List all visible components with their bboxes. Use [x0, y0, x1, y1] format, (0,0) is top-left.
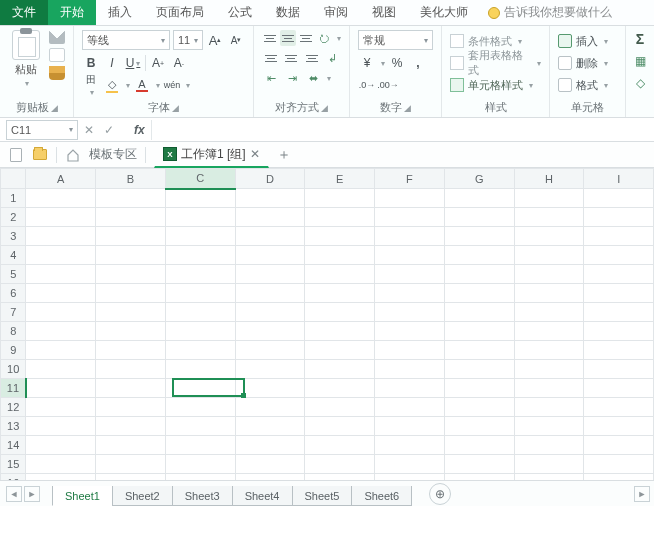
cell-I15[interactable]	[584, 455, 654, 474]
row-header-9[interactable]: 9	[1, 341, 26, 360]
new-sheet-button[interactable]: ⊕	[429, 483, 451, 505]
row-header-14[interactable]: 14	[1, 436, 26, 455]
row-header-7[interactable]: 7	[1, 303, 26, 322]
increase-decimal-button[interactable]: .0→	[358, 76, 376, 94]
worksheet-grid[interactable]: ABCDEFGHI 12345678910111213141516	[0, 168, 654, 480]
cell-D11[interactable]	[235, 379, 305, 398]
close-workbook-icon[interactable]: ✕	[250, 147, 260, 161]
cell-G4[interactable]	[444, 246, 514, 265]
cell-E9[interactable]	[305, 341, 375, 360]
cell-C16[interactable]	[165, 474, 235, 481]
cell-D4[interactable]	[235, 246, 305, 265]
cell-H9[interactable]	[514, 341, 584, 360]
cell-F12[interactable]	[375, 398, 445, 417]
sheet-nav-next-button[interactable]: ►	[24, 486, 40, 502]
cell-H2[interactable]	[514, 208, 584, 227]
cell-E15[interactable]	[305, 455, 375, 474]
cell-F9[interactable]	[375, 341, 445, 360]
cell-F2[interactable]	[375, 208, 445, 227]
comma-button[interactable]: ,	[409, 54, 427, 72]
cell-E11[interactable]	[305, 379, 375, 398]
menu-tab-5[interactable]: 审阅	[312, 0, 360, 25]
fx-icon[interactable]: fx	[134, 123, 145, 137]
cell-H16[interactable]	[514, 474, 584, 481]
workbook-tab-active[interactable]: X 工作簿1 [组] ✕	[154, 142, 269, 168]
row-header-3[interactable]: 3	[1, 227, 26, 246]
cell-H6[interactable]	[514, 284, 584, 303]
col-header-D[interactable]: D	[235, 169, 305, 189]
cell-C14[interactable]	[165, 436, 235, 455]
autosum-button[interactable]: Σ	[630, 30, 650, 48]
cell-G9[interactable]	[444, 341, 514, 360]
align-middle-button[interactable]	[280, 30, 295, 46]
row-header-1[interactable]: 1	[1, 189, 26, 208]
cell-G11[interactable]	[444, 379, 514, 398]
col-header-H[interactable]: H	[514, 169, 584, 189]
enter-formula-icon[interactable]: ✓	[104, 123, 114, 137]
col-header-I[interactable]: I	[584, 169, 654, 189]
cancel-formula-icon[interactable]: ✕	[84, 123, 94, 137]
cell-D12[interactable]	[235, 398, 305, 417]
cell-C11[interactable]	[165, 379, 235, 398]
cell-C6[interactable]	[165, 284, 235, 303]
cell-C2[interactable]	[165, 208, 235, 227]
cell-I3[interactable]	[584, 227, 654, 246]
sheet-tab-Sheet4[interactable]: Sheet4	[232, 486, 293, 506]
cell-B10[interactable]	[96, 360, 166, 379]
cell-C13[interactable]	[165, 417, 235, 436]
cell-E3[interactable]	[305, 227, 375, 246]
cell-B4[interactable]	[96, 246, 166, 265]
merge-center-button[interactable]: ⬌	[304, 70, 322, 86]
home-icon[interactable]	[65, 147, 81, 163]
cell-C10[interactable]	[165, 360, 235, 379]
col-header-G[interactable]: G	[444, 169, 514, 189]
increase-indent-button[interactable]: ⇥	[283, 70, 301, 86]
cell-F15[interactable]	[375, 455, 445, 474]
cell-H14[interactable]	[514, 436, 584, 455]
cell-E5[interactable]	[305, 265, 375, 284]
format-cells-button[interactable]: 格式▾	[558, 74, 617, 96]
sheet-tab-Sheet6[interactable]: Sheet6	[351, 486, 412, 506]
cell-F10[interactable]	[375, 360, 445, 379]
cell-C7[interactable]	[165, 303, 235, 322]
number-format-combo[interactable]: 常规▾	[358, 30, 433, 50]
cell-H4[interactable]	[514, 246, 584, 265]
tell-me-search[interactable]: 告诉我你想要做什么	[488, 0, 612, 25]
align-bottom-button[interactable]	[299, 30, 314, 46]
menu-tab-2[interactable]: 页面布局	[144, 0, 216, 25]
row-header-5[interactable]: 5	[1, 265, 26, 284]
align-center-button[interactable]	[283, 50, 301, 66]
font-color-button[interactable]: A	[133, 76, 151, 94]
menu-tab-1[interactable]: 插入	[96, 0, 144, 25]
cell-I13[interactable]	[584, 417, 654, 436]
cell-B1[interactable]	[96, 189, 166, 208]
grow-font-alt-button[interactable]: A+	[149, 54, 167, 72]
cell-H3[interactable]	[514, 227, 584, 246]
cell-G3[interactable]	[444, 227, 514, 246]
cell-B6[interactable]	[96, 284, 166, 303]
decrease-decimal-button[interactable]: .00→	[379, 76, 397, 94]
cell-G8[interactable]	[444, 322, 514, 341]
shrink-font-alt-button[interactable]: A-	[170, 54, 188, 72]
cell-D8[interactable]	[235, 322, 305, 341]
cell-D15[interactable]	[235, 455, 305, 474]
row-header-11[interactable]: 11	[1, 379, 26, 398]
cell-A4[interactable]	[26, 246, 96, 265]
col-header-F[interactable]: F	[375, 169, 445, 189]
col-header-A[interactable]: A	[26, 169, 96, 189]
cell-G5[interactable]	[444, 265, 514, 284]
cell-I5[interactable]	[584, 265, 654, 284]
cell-B3[interactable]	[96, 227, 166, 246]
cell-B12[interactable]	[96, 398, 166, 417]
row-header-13[interactable]: 13	[1, 417, 26, 436]
cell-H1[interactable]	[514, 189, 584, 208]
cell-G14[interactable]	[444, 436, 514, 455]
cell-A7[interactable]	[26, 303, 96, 322]
cell-F8[interactable]	[375, 322, 445, 341]
cell-B9[interactable]	[96, 341, 166, 360]
underline-button[interactable]: U▾	[124, 54, 142, 72]
templates-label[interactable]: 模板专区	[89, 146, 137, 163]
cell-I7[interactable]	[584, 303, 654, 322]
cell-I1[interactable]	[584, 189, 654, 208]
number-launcher-icon[interactable]: ◢	[404, 103, 411, 113]
